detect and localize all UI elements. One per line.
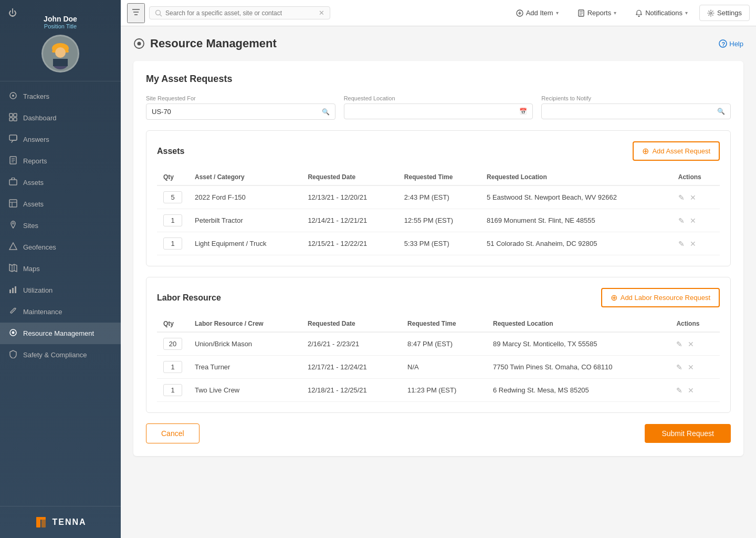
svg-point-7 [12,95,14,97]
svg-rect-12 [9,135,17,140]
labor-qty-cell: 1 [157,379,188,402]
sidebar-item-label-trackers: Trackers [23,92,49,100]
reports-button[interactable]: Reports ▾ [570,5,624,20]
asset-qty-cell: 1 [157,209,188,232]
svg-rect-18 [9,200,17,207]
site-requested-for-input[interactable]: US-70 🔍 [146,104,335,120]
safety-icon [8,350,18,360]
reports-icon [578,9,585,17]
edit-asset-icon[interactable]: ✎ [678,216,685,225]
site-requested-for-field: Site Requested For US-70 🔍 [146,95,335,120]
edit-labor-icon[interactable]: ✎ [676,340,682,348]
sidebar-item-utilization[interactable]: Utilization [0,280,121,301]
recipients-label: Recipients to Notify [541,95,731,101]
table-row: 1 Peterbilt Tractor 12/14/21 - 12/21/21 … [157,209,720,232]
labor-qty-cell: 1 [157,356,188,379]
assets-table-head: Qty Asset / Category Requested Date Requ… [157,169,720,185]
svg-rect-5 [53,59,68,66]
sidebar-item-reports[interactable]: Reports [0,150,121,172]
asset-location-cell: 8169 Monument St. Flint, NE 48555 [480,209,672,232]
edit-labor-icon[interactable]: ✎ [676,363,682,371]
sidebar-item-safety[interactable]: Safety & Compliance [0,344,121,366]
site-requested-for-value: US-70 [152,108,171,116]
svg-marker-20 [9,264,17,272]
search-input[interactable] [165,9,316,17]
labor-location-cell: 6 Redwing St. Mesa, MS 85205 [487,379,670,402]
delete-asset-icon[interactable]: ✕ [690,240,696,248]
sidebar-item-maintenance[interactable]: Maintenance [0,301,121,323]
logo-text: TENNA [52,518,86,527]
recipients-input[interactable]: 🔍 [541,104,731,119]
labor-time-cell: 8:47 PM (EST) [401,332,487,356]
assets1-icon [8,178,18,188]
sidebar-item-label-maintenance: Maintenance [23,308,62,316]
labor-location-cell: 89 Marcy St. Monticello, TX 55585 [487,332,670,356]
svg-line-35 [160,14,162,16]
labor-col-actions: Actions [670,316,720,332]
help-button[interactable]: ? Help [719,39,743,48]
power-icon[interactable]: ⏻ [8,8,17,18]
table-row: 5 2022 Ford F-150 12/13/21 - 12/20/21 2:… [157,185,720,209]
section-title: My Asset Requests [146,74,731,85]
svg-rect-30 [36,517,46,520]
edit-asset-icon[interactable]: ✎ [678,240,685,248]
reports-chevron: ▾ [614,10,616,16]
delete-asset-icon[interactable]: ✕ [690,193,696,202]
asset-qty-cell: 1 [157,232,188,255]
assets-col-time: Requested Time [398,169,480,185]
qty-value: 20 [163,338,182,350]
user-name: John Doe [44,15,77,23]
svg-rect-11 [14,118,17,121]
delete-labor-icon[interactable]: ✕ [688,340,694,348]
labor-time-cell: 11:23 PM (EST) [401,379,487,402]
labor-col-qty: Qty [157,316,188,332]
add-labor-request-button[interactable]: ⊕ Add Labor Resource Request [601,288,720,307]
sidebar-item-dashboard[interactable]: Dashboard [0,107,121,129]
delete-asset-icon[interactable]: ✕ [690,216,696,225]
sidebar-item-label-dashboard: Dashboard [23,114,57,122]
cancel-button[interactable]: Cancel [146,423,200,443]
add-item-button[interactable]: Add Item ▾ [509,5,566,20]
labor-actions-cell: ✎ ✕ [670,356,720,379]
sidebar-item-trackers[interactable]: Trackers [0,86,121,107]
settings-icon [707,9,715,17]
asset-location-cell: 5 Eastwood St. Newport Beach, WV 92662 [480,185,672,209]
add-asset-request-button[interactable]: ⊕ Add Asset Request [633,141,720,161]
user-title: Position Title [44,23,77,29]
maintenance-icon [8,307,18,317]
sidebar-item-geofences[interactable]: Geofences [0,236,121,258]
labor-qty-cell: 20 [157,332,188,356]
assets-table-body: 5 2022 Ford F-150 12/13/21 - 12/20/21 2:… [157,185,720,255]
sidebar-item-maps[interactable]: Maps [0,258,121,280]
qty-value: 1 [163,361,182,373]
svg-rect-17 [9,180,17,185]
submit-request-button[interactable]: Submit Request [645,424,731,443]
resource-mgmt-icon [8,328,18,338]
notifications-button[interactable]: Notifications ▾ [628,5,695,20]
search-clear-icon[interactable]: ✕ [319,9,324,17]
requested-location-input[interactable]: 📅 [344,104,533,119]
edit-labor-icon[interactable]: ✎ [676,386,682,395]
sidebar-item-answers[interactable]: Answers [0,129,121,150]
svg-rect-9 [14,113,17,117]
labor-date-cell: 12/17/21 - 12/24/21 [301,356,401,379]
delete-labor-icon[interactable]: ✕ [688,363,694,371]
sidebar-item-sites[interactable]: Sites [0,215,121,236]
reports-icon [8,156,18,166]
sidebar-item-assets1[interactable]: Assets [0,172,121,193]
labor-date-cell: 12/18/21 - 12/25/21 [301,379,401,402]
assets-section-title: Assets [157,147,184,156]
asset-time-cell: 2:43 PM (EST) [398,185,480,209]
filter-button[interactable] [127,3,145,23]
sidebar-nav: Trackers Dashboard Answers Reports Asset… [0,81,121,506]
labor-table: Qty Labor Resource / Crew Requested Date… [157,316,720,402]
labor-date-cell: 2/16/21 - 2/23/21 [301,332,401,356]
search-bar[interactable]: ✕ [149,6,330,19]
asset-actions-cell: ✎ ✕ [672,209,720,232]
delete-labor-icon[interactable]: ✕ [688,386,694,395]
settings-button[interactable]: Settings [699,5,750,21]
edit-asset-icon[interactable]: ✎ [678,193,685,202]
sidebar-item-assets2[interactable]: Assets [0,193,121,215]
sidebar-item-resource-mgmt[interactable]: Resource Management [0,323,121,344]
qty-value: 1 [163,237,182,250]
